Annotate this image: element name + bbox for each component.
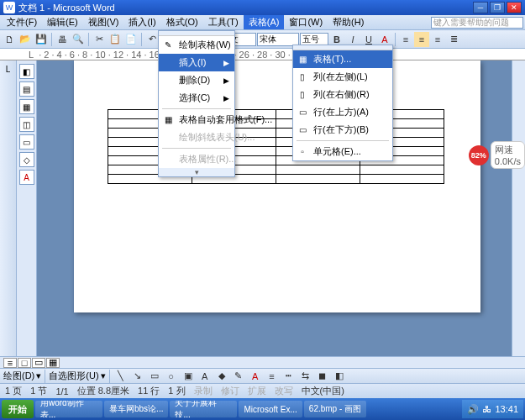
vertical-ruler[interactable]: L [0,60,17,375]
status-line: 11 行 [138,385,160,397]
tool-icon[interactable]: A [19,170,34,185]
menu-format[interactable]: 格式(O) [161,15,203,29]
table-menu-dropdown: ✎绘制表格(W) 插入(I)▶ 删除(D)▶ 选择(C)▶ ▦表格自动套用格式(… [158,30,235,177]
tool-icon[interactable]: ◫ [19,117,34,132]
dash-icon[interactable]: ┅ [281,369,297,384]
menu-select-submenu[interactable]: 选择(C)▶ [159,89,234,107]
menu-draw-table[interactable]: ✎绘制表格(W) [159,36,234,54]
menu-view[interactable]: 视图(V) [83,15,124,29]
standard-toolbar: 🗋 📂 💾 🖶 🔍 ✂ 📋 📄 ↶ ↷ 92% 正文 宋体 五号 B I U A… [0,30,525,49]
align-center-icon[interactable]: ≡ [414,32,429,47]
new-doc-icon[interactable]: 🗋 [2,32,17,47]
menu-insert-row-below[interactable]: ▭行(在下方)(B) [293,121,392,139]
menu-insert-col-left[interactable]: ▯列(在左侧)(L) [293,68,392,86]
status-lang[interactable]: 中文(中国) [302,385,344,397]
font-color-icon[interactable]: A [248,369,263,384]
help-search-input[interactable]: 键入需要帮助的问题 [431,17,523,29]
autoshape-label[interactable]: 自选图形(U) [49,370,98,382]
status-section: 1 节 [30,385,47,397]
oval-icon[interactable]: ○ [164,369,179,384]
status-ext[interactable]: 扩展 [248,385,266,397]
align-justify-icon[interactable]: ≣ [446,32,461,47]
start-button[interactable]: 开始 [2,400,34,418]
shadow-icon[interactable]: ◼ [315,369,330,384]
save-icon[interactable]: 💾 [34,32,49,47]
tool-icon[interactable]: ◇ [19,152,34,167]
cut-icon[interactable]: ✂ [92,32,107,47]
line-icon[interactable]: ╲ [113,369,129,384]
menu-edit[interactable]: 编辑(E) [42,15,83,29]
window-title: 文档 1 - Microsoft Word [18,2,473,14]
preview-icon[interactable]: 🔍 [71,32,86,47]
tool-icon[interactable]: ▤ [19,81,34,97]
vertical-scrollbar[interactable] [512,60,525,375]
status-col: 1 列 [168,385,185,397]
3d-icon[interactable]: ◧ [332,369,347,384]
open-icon[interactable]: 📂 [18,32,33,47]
maximize-button[interactable]: ❐ [490,2,505,13]
document-area[interactable] [37,60,525,375]
task-item[interactable]: 暴车网bbs论... [104,401,168,417]
tray-icon[interactable]: 🔊 [467,404,479,415]
menu-expand-icon[interactable]: ▾ [159,168,234,176]
view-web-icon[interactable]: □ [18,358,31,368]
status-page: 1 页 [5,385,22,397]
wordart-icon[interactable]: A [197,369,213,384]
arrow-style-icon[interactable]: ⇆ [298,369,313,384]
workspace: L ◧ ▤ ▦ ◫ ▭ ◇ A [0,60,525,375]
menu-table-props: 表格属性(R)... [159,150,234,168]
app-icon: W [3,2,15,13]
align-left-icon[interactable]: ≡ [398,32,413,47]
network-badge[interactable]: 82% 网速0.0K/s [469,141,525,169]
menu-table[interactable]: 表格(A) [244,15,285,29]
task-item[interactable]: Microsoft Ex... [239,401,302,417]
horizontal-ruler[interactable]: L · 2 · 4 · 6 · 8 · 10 · 12 · 14 · 16 · … [0,49,525,60]
view-print-icon[interactable]: ▭ [32,358,45,368]
align-right-icon[interactable]: ≡ [430,32,445,47]
task-item[interactable]: 关于开展科技... [170,401,237,417]
line-color-icon[interactable]: ✎ [231,369,246,384]
task-item[interactable]: 62.bmp - 画图 [304,401,366,417]
badge-percent: 82% [469,145,489,165]
draw-label[interactable]: 绘图(D) [3,370,34,382]
menu-delete-submenu[interactable]: 删除(D)▶ [159,71,234,89]
clock[interactable]: 13:41 [495,404,518,414]
paste-icon[interactable]: 📄 [123,32,139,47]
status-rev[interactable]: 修订 [221,385,239,397]
taskbar: 开始 用word制作表... 暴车网bbs论... 关于开展科技... Micr… [0,398,525,420]
fill-icon[interactable]: ◆ [214,369,229,384]
status-ovr[interactable]: 改写 [275,385,293,397]
view-outline-icon[interactable]: ▦ [46,358,60,368]
menu-insert-table[interactable]: ▦表格(T)... [293,50,392,68]
close-button[interactable]: ✕ [507,2,522,13]
menu-insert-row-above[interactable]: ▭行(在上方)(A) [293,103,392,121]
arrow-icon[interactable]: ↘ [130,369,145,384]
menu-insert-submenu[interactable]: 插入(I)▶ [159,54,234,71]
drawing-toolbar: 绘图(D) ▾ 自选图形(U) ▾ ╲ ↘ ▭ ○ ▣ A ◆ ✎ A ≡ ┅ … [0,368,525,383]
badge-info: 网速0.0K/s [491,141,525,169]
menu-insert-cells[interactable]: ▫单元格(E)... [293,143,392,160]
menu-help[interactable]: 帮助(H) [328,15,369,29]
rect-icon[interactable]: ▭ [147,369,162,384]
tray-icon[interactable]: 🖧 [482,404,491,414]
menu-autoformat[interactable]: ▦表格自动套用格式(F)... [159,111,234,129]
system-tray[interactable]: 🔊 🖧 13:41 [462,400,523,418]
menu-window[interactable]: 窗口(W) [284,15,328,29]
menu-tools[interactable]: 工具(T) [203,15,244,29]
print-icon[interactable]: 🖶 [55,32,70,47]
side-toolbar: ◧ ▤ ▦ ◫ ▭ ◇ A [17,60,37,375]
copy-icon[interactable]: 📋 [108,32,123,47]
menu-insert-col-right[interactable]: ▯列(在右侧)(R) [293,86,392,103]
menu-file[interactable]: 文件(F) [2,15,42,29]
view-normal-icon[interactable]: ≡ [3,358,17,368]
status-rec[interactable]: 录制 [194,385,213,397]
minimize-button[interactable]: ─ [473,2,488,13]
tool-icon[interactable]: ◧ [19,64,34,79]
tool-icon[interactable]: ▦ [19,99,34,114]
line-style-icon[interactable]: ≡ [265,369,280,384]
tool-icon[interactable]: ▭ [19,134,34,150]
menu-insert[interactable]: 插入(I) [123,15,160,29]
textbox-icon[interactable]: ▣ [181,369,196,384]
task-item[interactable]: 用word制作表... [35,401,102,417]
view-mode-bar: ≡ □ ▭ ▦ [0,356,525,368]
